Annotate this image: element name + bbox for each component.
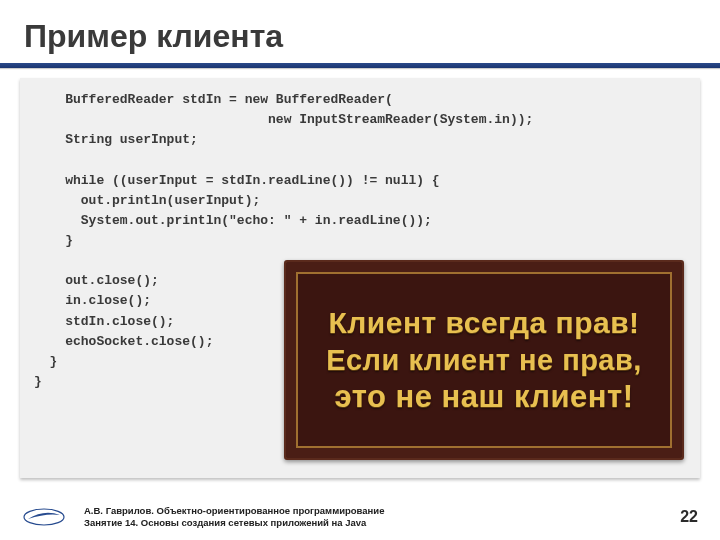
footer-line-2: Занятие 14. Основы создания сетевых прил…	[84, 517, 384, 529]
logo-icon	[22, 507, 66, 527]
sign-line-1: Клиент всегда прав!	[328, 306, 639, 339]
sign-line-3: это не наш клиент!	[334, 380, 633, 414]
footer-line-1: А.В. Гаврилов. Объектно-ориентированное …	[84, 505, 384, 517]
code-block: BufferedReader stdIn = new BufferedReade…	[20, 78, 700, 478]
footer-text: А.В. Гаврилов. Объектно-ориентированное …	[84, 505, 384, 529]
footer: А.В. Гаврилов. Объектно-ориентированное …	[0, 498, 720, 540]
slide-title: Пример клиента	[0, 0, 720, 63]
title-rule	[0, 63, 720, 68]
sign-line-2: Если клиент не прав,	[326, 345, 642, 377]
embedded-sign-image: Клиент всегда прав! Если клиент не прав,…	[284, 260, 684, 460]
page-number: 22	[680, 508, 698, 526]
svg-point-0	[24, 509, 64, 525]
